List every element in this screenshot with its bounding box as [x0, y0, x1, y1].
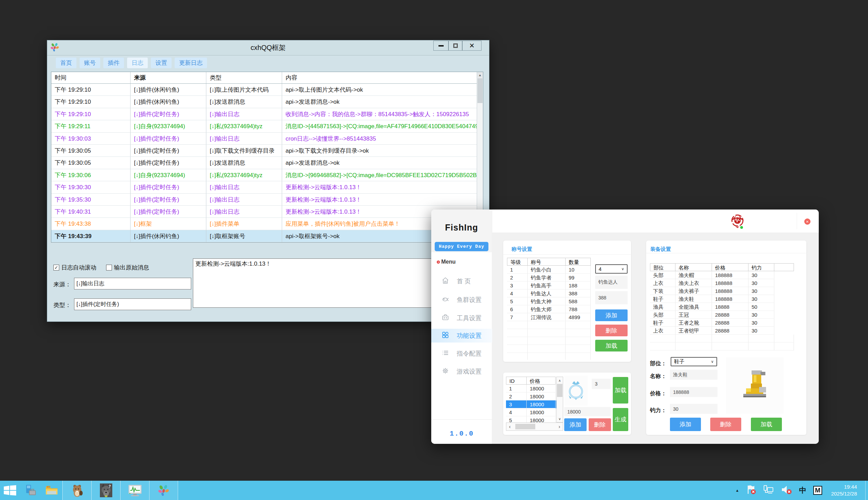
title-delete-button[interactable]: 删除	[595, 325, 628, 336]
column-header[interactable]: 数量	[566, 258, 591, 266]
column-header[interactable]: 等级	[507, 258, 528, 266]
table-row[interactable]: 6钓鱼大师788	[507, 305, 592, 313]
log-row[interactable]: 下午 19:29:10[↓]插件(休闲钓鱼)[↓]取上传图片文本代码api->取…	[51, 84, 483, 96]
tab-settings[interactable]: 设置	[151, 58, 172, 68]
price-table-hscrollbar[interactable]: ‹ ›	[506, 422, 563, 431]
table-row[interactable]: 2钓鱼学者99	[507, 274, 592, 282]
taskbar-clock[interactable]: 19:44 2025/12/28	[831, 483, 857, 498]
sidebar-item-command-config[interactable]: 指令配置	[431, 347, 492, 360]
tab-log[interactable]: 日志	[127, 58, 148, 68]
table-row[interactable]	[507, 353, 592, 360]
table-row[interactable]: 上衣王者铠甲2888830	[650, 327, 795, 335]
table-row[interactable]: 鞋子渔夫鞋18888830	[650, 295, 795, 303]
equip-power-input[interactable]: 30	[670, 404, 717, 414]
fishing-close-button[interactable]: ✕	[804, 218, 810, 225]
equip-name-input[interactable]: 渔夫鞋	[670, 370, 717, 380]
equip-load-button[interactable]: 加载	[751, 418, 782, 431]
price-load-button[interactable]: 加载	[613, 377, 628, 404]
scroll-up-icon[interactable]: ▲	[477, 72, 483, 78]
table-row[interactable]: 518000	[506, 416, 563, 422]
log-row[interactable]: 下午 19:30:30[↓]插件(定时任务)[↓]输出日志更新检测->云端版本:…	[51, 181, 483, 193]
column-header[interactable]: 价格	[712, 263, 748, 271]
log-row[interactable]: 下午 19:43:39[↓]插件(休闲钓鱼)[↓]取框架账号api->取框架账号…	[51, 230, 483, 242]
table-row[interactable]: 3钓鱼高手188	[507, 282, 592, 289]
table-row[interactable]: 7江湖传说4899	[507, 313, 592, 321]
price-delete-button[interactable]: 删除	[589, 418, 611, 431]
tab-home[interactable]: 首页	[56, 58, 76, 68]
table-row[interactable]: 218000	[506, 392, 563, 400]
volume-muted-icon[interactable]	[781, 485, 792, 496]
show-hidden-icons[interactable]: ▲	[735, 488, 739, 492]
action-center-icon[interactable]	[746, 485, 756, 496]
part-select[interactable]: 鞋子 ∨	[671, 357, 717, 366]
table-row[interactable]: 头部渔夫帽18888830	[650, 271, 795, 279]
ime-mode-indicator[interactable]: M	[813, 486, 822, 495]
table-row[interactable]: 渔具全能渔具1888850	[650, 303, 795, 311]
log-row[interactable]: 下午 19:40:31[↓]插件(定时任务)[↓]输出日志更新检测->云端版本:…	[51, 206, 483, 218]
sidebar-item-fish-settings[interactable]: 鱼群设置	[431, 293, 492, 307]
title-add-button[interactable]: 添加	[595, 309, 628, 321]
sidebar-item-tool-settings[interactable]: 工具设置	[431, 311, 492, 325]
scroll-thumb[interactable]	[515, 424, 535, 429]
price-add-button[interactable]: 添加	[564, 418, 587, 431]
table-row[interactable]	[650, 343, 795, 350]
equip-delete-button[interactable]: 删除	[710, 418, 741, 431]
scroll-left-icon[interactable]: ‹	[506, 423, 513, 430]
price-count-input[interactable]: 3	[592, 379, 611, 389]
table-row[interactable]	[650, 335, 795, 343]
column-header[interactable]: 名称	[675, 263, 712, 271]
tab-plugins[interactable]: 插件	[103, 58, 124, 68]
log-row[interactable]: 下午 19:43:38[↓]框架[↓]插件菜单应用菜单，插件[休闲钓鱼]被用户点…	[51, 218, 483, 230]
source-input[interactable]	[74, 278, 191, 289]
table-row[interactable]	[507, 329, 592, 337]
price-generate-button[interactable]: 生成	[613, 408, 628, 431]
table-row[interactable]: 318000	[506, 400, 563, 408]
equip-add-button[interactable]: 添加	[670, 418, 701, 431]
scroll-thumb[interactable]	[557, 384, 562, 397]
sidebar-item-game-settings[interactable]: 游戏设置	[431, 365, 492, 378]
log-column-header[interactable]: 类型	[206, 72, 282, 83]
wolf-app-button[interactable]: ?	[91, 481, 120, 500]
log-column-header[interactable]: 内容	[282, 72, 477, 83]
table-row[interactable]: 118000	[506, 385, 563, 392]
scroll-right-icon[interactable]: ›	[556, 423, 563, 430]
column-header[interactable]: 价格	[527, 377, 556, 385]
message-preview-textarea[interactable]: 更新检测->云端版本:1.0.13！	[193, 258, 465, 308]
ime-language-indicator[interactable]: 中	[799, 486, 806, 495]
level-select[interactable]: 4 ∨	[595, 264, 628, 274]
qq-titlebar[interactable]: cxhQQ框架 ✕	[47, 40, 489, 55]
column-header[interactable]: 钓力	[748, 263, 774, 271]
sidebar-item-home[interactable]: 首 页	[431, 274, 492, 288]
table-row[interactable]: 4钓鱼达人388	[507, 289, 592, 297]
table-row[interactable]: 5钓鱼大神588	[507, 297, 592, 305]
column-header[interactable]	[774, 263, 794, 271]
title-load-button[interactable]: 加载	[595, 340, 628, 351]
server-manager-button[interactable]	[20, 481, 41, 500]
network-icon[interactable]	[763, 485, 774, 496]
autoscroll-checkbox[interactable]: ✓ 日志自动滚动	[53, 264, 96, 272]
tab-account[interactable]: 账号	[80, 58, 100, 68]
type-input[interactable]	[74, 298, 191, 310]
log-column-header[interactable]: 来源	[131, 72, 206, 83]
table-row[interactable]: 418000	[506, 408, 563, 416]
log-row[interactable]: 下午 19:30:05[↓]插件(定时任务)[↓]发送群消息api->发送群消息…	[51, 157, 483, 169]
log-column-header[interactable]: 时间	[51, 72, 131, 83]
table-row[interactable]	[507, 345, 592, 353]
scroll-thumb[interactable]	[477, 78, 483, 103]
log-row[interactable]: 下午 19:30:06[↓]自身(923374694)[↓]私(92337469…	[51, 169, 483, 181]
title-name-input[interactable]: 钓鱼达人	[595, 276, 628, 289]
beaver-app-button[interactable]	[62, 481, 91, 500]
tab-changelog[interactable]: 更新日志	[175, 58, 207, 68]
log-row[interactable]: 下午 19:35:30[↓]插件(定时任务)[↓]输出日志更新检测->云端版本:…	[51, 194, 483, 206]
sidebar-item-function-settings[interactable]: 功能设置	[431, 329, 492, 343]
scroll-up-icon[interactable]: ∧	[557, 377, 563, 384]
table-row[interactable]: 头部王冠2888830	[650, 311, 795, 319]
table-row[interactable]: 鞋子王者之靴2888830	[650, 319, 795, 327]
log-row[interactable]: 下午 19:30:03[↓]插件(定时任务)[↓]输出日志cron日志-->读懂…	[51, 133, 483, 145]
table-row[interactable]: 下装渔夫裤子18888830	[650, 287, 795, 295]
show-desktop-button[interactable]	[865, 481, 868, 500]
table-row[interactable]: 上衣渔夫上衣18888830	[650, 279, 795, 287]
table-row[interactable]	[507, 337, 592, 345]
log-row[interactable]: 下午 19:29:11[↓]自身(923374694)[↓]私(92337469…	[51, 120, 483, 132]
column-header[interactable]: 部位	[650, 263, 675, 271]
